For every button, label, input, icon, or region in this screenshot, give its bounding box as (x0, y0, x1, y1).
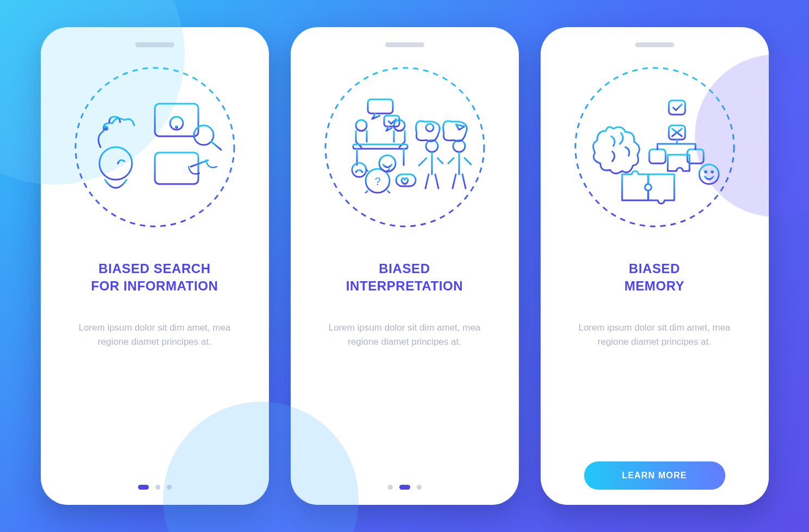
svg-rect-21 (368, 99, 393, 113)
svg-line-9 (211, 142, 221, 150)
onboarding-screen-1: BIASED SEARCH FOR INFORMATION Lorem ipsu… (41, 27, 269, 505)
interpretation-icon: ? (323, 66, 486, 229)
screen-title: BIASED SEARCH FOR INFORMATION (75, 258, 235, 297)
pagination-dot-2[interactable] (417, 485, 422, 490)
svg-text:?: ? (374, 175, 380, 187)
svg-point-48 (705, 171, 706, 173)
pagination-dot-1[interactable] (399, 485, 410, 490)
screen-description: Lorem ipsum dolor sit dim amet, mea regi… (550, 321, 759, 370)
svg-point-18 (356, 120, 367, 131)
screen-title: BIASED MEMORY (608, 258, 701, 297)
svg-point-47 (699, 164, 719, 184)
svg-line-34 (387, 191, 390, 193)
phone-speaker (135, 42, 174, 47)
svg-point-39 (379, 155, 396, 172)
svg-point-1 (99, 147, 132, 180)
svg-rect-44 (649, 149, 666, 163)
pagination-dot-2[interactable] (167, 485, 172, 490)
svg-line-35 (366, 191, 368, 193)
svg-point-49 (711, 171, 713, 173)
svg-point-17 (325, 68, 484, 226)
phone-speaker (385, 42, 424, 47)
screen-title: BIASED INTERPRETATION (330, 258, 480, 297)
onboarding-screen-3: BIASED MEMORY Lorem ipsum dolor sit dim … (541, 27, 769, 505)
svg-point-2 (104, 126, 108, 130)
screen-description: Lorem ipsum dolor sit dim amet, mea regi… (300, 321, 509, 370)
svg-rect-42 (669, 100, 685, 115)
memory-icon (573, 66, 736, 229)
pagination-dots (388, 485, 422, 490)
svg-point-7 (175, 126, 177, 128)
pagination-dot-1[interactable] (155, 485, 160, 490)
pagination-dots (138, 485, 172, 490)
pagination-dot-0[interactable] (388, 485, 393, 490)
phone-speaker (635, 42, 674, 47)
svg-point-0 (76, 68, 234, 226)
svg-point-41 (575, 68, 734, 226)
pagination-dot-0[interactable] (138, 485, 149, 490)
svg-point-27 (426, 124, 434, 131)
onboarding-screen-2: ? BIASED INTERPRETATION Lorem ipsum dolo… (291, 27, 519, 505)
search-information-icon (73, 66, 236, 229)
screen-description: Lorem ipsum dolor sit dim amet, mea regi… (51, 321, 259, 370)
learn-more-button[interactable]: LEARN MORE (584, 461, 725, 490)
